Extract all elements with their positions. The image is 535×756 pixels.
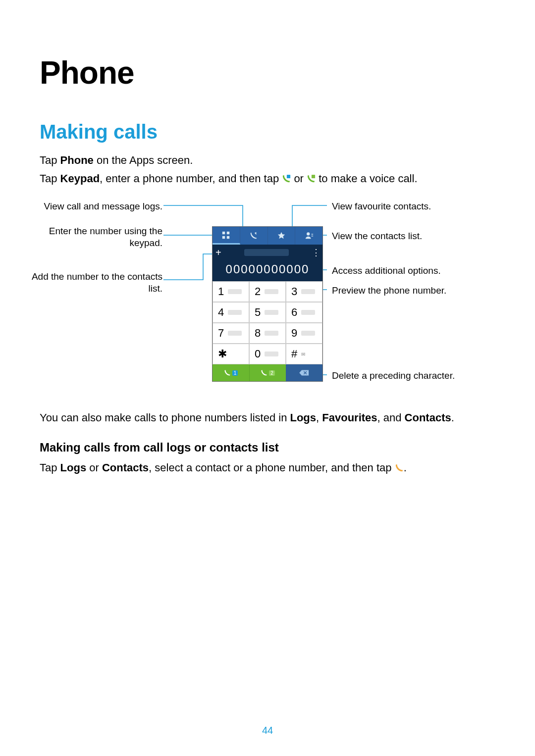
phone-tabs [213,227,322,245]
contacts-bold2: Contacts [102,461,149,474]
svg-rect-0 [287,175,290,178]
contact-name-blur [244,249,289,256]
callout-delete: Delete a preceding character. [332,370,455,382]
text: Tap [40,172,60,185]
text: , select a contact or a phone number, an… [149,461,395,474]
callout-preview: Preview the phone number. [332,285,446,297]
tab-favourites[interactable] [268,227,296,245]
add-contact-icon[interactable]: + [215,247,221,258]
svg-rect-4 [222,236,225,238]
phone-app-mock: + ⋮ 00000000000 1 2 3 4 5 6 7 8 9 ✱ 0 #✉ [212,226,323,382]
fav-bold: Favourites [322,411,377,424]
contacts-bold: Contacts [405,411,451,424]
key-8[interactable]: 8 [249,323,286,344]
subsection-heading: Making calls from call logs or contacts … [40,441,495,454]
subsection-text: Tap Logs or Contacts, select a contact o… [40,459,495,476]
call-sim1-icon [282,171,291,180]
backspace-button[interactable] [286,364,322,381]
callout-fav: View favourite contacts. [332,201,431,212]
text: , and [377,411,405,424]
intro-line-1: Tap Phone on the Apps screen. [40,152,495,168]
text: or [294,172,307,185]
key-5[interactable]: 5 [249,302,286,323]
svg-rect-5 [227,236,229,238]
tab-logs[interactable] [240,227,268,245]
callout-options: Access additional options. [332,265,441,277]
text: on the Apps screen. [94,154,193,166]
svg-rect-7 [311,234,313,234]
section-heading: Making calls [40,121,495,143]
number-display: 00000000000 [213,260,322,281]
text: . [404,461,407,474]
text: . [451,411,454,424]
call-sim1-button[interactable]: 1 [213,364,249,381]
svg-rect-3 [227,231,229,234]
action-row: 1 2 [213,364,322,381]
tab-keypad[interactable] [213,227,240,245]
add-contact-row: + ⋮ [213,245,322,260]
text: Tap [40,154,60,166]
page-number: 44 [0,725,535,736]
keypad-grid: 1 2 3 4 5 6 7 8 9 ✱ 0 #✉ [213,281,322,364]
call-icon [395,460,404,469]
text: , [316,411,322,424]
key-2[interactable]: 2 [249,281,286,302]
svg-rect-1 [312,175,315,178]
key-4[interactable]: 4 [213,302,249,323]
key-0[interactable]: 0 [249,344,286,364]
keypad-bold: Keypad [60,172,100,185]
page-title: Phone [40,54,495,91]
callout-contacts: View the contacts list. [332,230,422,242]
svg-rect-2 [222,231,225,234]
callout-keypad: Enter the number using thekeypad. [49,225,162,249]
key-hash[interactable]: #✉ [286,344,322,364]
tab-contacts[interactable] [295,227,322,245]
text: Tap [40,461,60,474]
key-star[interactable]: ✱ [213,344,249,364]
text: to make a voice call. [319,172,417,185]
key-6[interactable]: 6 [286,302,322,323]
key-9[interactable]: 9 [286,323,322,344]
text: You can also make calls to phone numbers… [40,411,290,424]
voicemail-icon: ✉ [301,352,315,356]
logs-bold: Logs [290,411,316,424]
after-figure-text: You can also make calls to phone numbers… [40,409,495,426]
logs-bold2: Logs [60,461,87,474]
phone-app-figure: View call and message logs. Enter the nu… [40,197,495,404]
key-3[interactable]: 3 [286,281,322,302]
svg-point-6 [307,232,310,235]
call-sim2-button[interactable]: 2 [249,364,286,381]
text: , enter a phone number, and then tap [100,172,282,185]
key-1[interactable]: 1 [213,281,249,302]
call-sim2-icon [307,171,316,180]
manual-page: Phone Making calls Tap Phone on the Apps… [0,0,535,756]
svg-rect-8 [311,236,313,236]
intro-line-2: Tap Keypad, enter a phone number, and th… [40,170,495,187]
callout-logs: View call and message logs. [44,201,162,212]
key-7[interactable]: 7 [213,323,249,344]
more-options-icon[interactable]: ⋮ [312,247,320,258]
text: or [86,461,102,474]
phone-bold: Phone [60,154,94,166]
callout-add: Add the number to the contactslist. [32,271,162,295]
